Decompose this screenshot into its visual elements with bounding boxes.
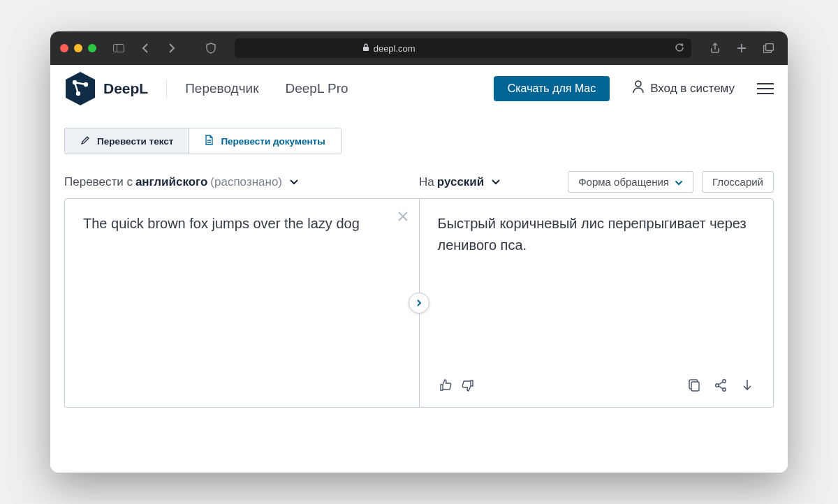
source-language: английского [135, 175, 207, 189]
minimize-window-button[interactable] [74, 44, 82, 52]
target-prefix: На [419, 175, 434, 189]
source-prefix: Перевести с [64, 175, 133, 189]
shield-icon[interactable] [201, 38, 221, 58]
tab-label: Перевести документы [221, 136, 325, 147]
sidebar-toggle-button[interactable] [109, 38, 128, 58]
share-button[interactable] [705, 38, 725, 58]
thumbs-up-button[interactable] [438, 378, 453, 393]
divider [166, 80, 167, 98]
nav-translator[interactable]: Переводчик [185, 81, 258, 96]
output-toolbar [438, 378, 756, 393]
nav-pro[interactable]: DeepL Pro [286, 81, 348, 96]
new-tab-button[interactable] [732, 38, 751, 58]
brand-name: DeepL [103, 80, 148, 97]
thumbs-down-button[interactable] [460, 378, 476, 393]
svg-marker-6 [66, 72, 95, 105]
clear-button[interactable] [397, 209, 409, 227]
glossary-label: Глоссарий [712, 176, 763, 188]
tab-label: Перевести текст [97, 136, 173, 147]
svg-point-18 [723, 380, 726, 383]
download-button[interactable]: Скачать для Mac [494, 76, 610, 101]
svg-rect-17 [691, 382, 699, 391]
svg-rect-2 [363, 47, 369, 51]
translator-panel: The quick brown fox jumps over the lazy … [64, 198, 774, 408]
detected-label: (распознано) [210, 175, 282, 189]
forward-button[interactable] [162, 38, 182, 58]
target-text-output: Быстрый коричневый лис перепрыгивает чер… [438, 213, 756, 256]
brand-logo[interactable]: DeepL [64, 71, 148, 107]
swap-languages-button[interactable] [409, 292, 429, 313]
chevron-down-icon [491, 175, 501, 189]
menu-button[interactable] [757, 83, 774, 94]
document-icon [205, 135, 214, 147]
back-button[interactable] [135, 38, 155, 58]
login-label: Вход в систему [650, 82, 735, 96]
copy-button[interactable] [686, 378, 702, 393]
chevron-down-icon [289, 175, 299, 189]
lock-icon [362, 43, 369, 54]
login-link[interactable]: Вход в систему [632, 80, 735, 97]
reload-button[interactable] [675, 43, 684, 54]
page-content: Перевести текст Перевести документы Пере… [50, 112, 788, 473]
user-icon [632, 80, 645, 97]
tab-translate-documents[interactable]: Перевести документы [189, 128, 340, 154]
svg-point-19 [716, 384, 719, 387]
deepl-logo-icon [64, 71, 96, 107]
target-language: русский [437, 175, 485, 189]
svg-line-21 [719, 382, 723, 385]
target-language-selector[interactable]: На русский [419, 175, 501, 189]
window-controls [60, 44, 96, 52]
source-language-selector[interactable]: Перевести с английского (распознано) [64, 175, 299, 189]
svg-point-20 [723, 388, 726, 392]
formality-selector[interactable]: Форма обращения [568, 171, 693, 193]
chevron-down-icon [675, 176, 683, 188]
svg-line-22 [719, 386, 723, 389]
svg-point-12 [635, 81, 641, 87]
browser-window: deepl.com [50, 31, 788, 473]
tab-translate-text[interactable]: Перевести текст [65, 128, 189, 154]
language-bar: Перевести с английского (распознано) На … [64, 171, 774, 193]
site-header: DeepL Переводчик DeepL Pro Скачать для M… [50, 65, 788, 112]
glossary-button[interactable]: Глоссарий [702, 171, 774, 193]
source-pane: The quick brown fox jumps over the lazy … [65, 199, 419, 407]
mode-tabs: Перевести текст Перевести документы [64, 128, 341, 154]
url-host: deepl.com [374, 43, 416, 54]
download-button[interactable] [740, 378, 755, 393]
browser-chrome: deepl.com [50, 31, 788, 65]
source-text-input[interactable]: The quick brown fox jumps over the lazy … [83, 213, 401, 235]
share-button[interactable] [713, 378, 728, 393]
address-bar[interactable]: deepl.com [235, 38, 691, 58]
target-pane: Быстрый коричневый лис перепрыгивает чер… [419, 199, 774, 407]
maximize-window-button[interactable] [88, 44, 96, 52]
svg-rect-0 [114, 45, 124, 52]
tabs-button[interactable] [758, 38, 778, 58]
svg-rect-5 [765, 44, 773, 51]
pencil-icon [80, 135, 90, 147]
close-window-button[interactable] [60, 44, 68, 52]
formality-label: Форма обращения [578, 176, 669, 188]
